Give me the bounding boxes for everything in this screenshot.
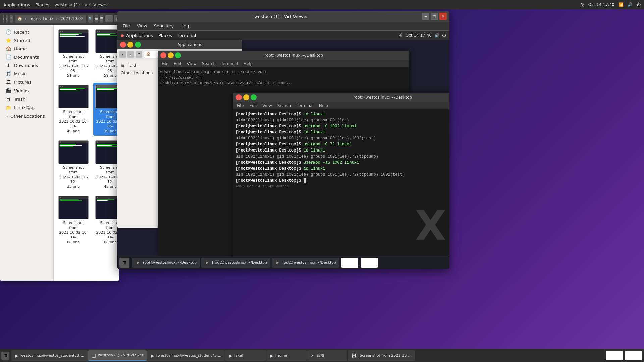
vm-power-icon[interactable]: ⏻ — [442, 33, 446, 38]
vm-term2-close[interactable]: ✕ — [236, 94, 242, 100]
vv-menu-file[interactable]: File — [119, 23, 133, 29]
global-task-term1[interactable]: ▶ [westoslinux@westos_student73:... — [147, 350, 225, 361]
vm-term2-menu-search[interactable]: Search — [275, 103, 293, 108]
vm-term1-max[interactable]: □ — [175, 52, 181, 58]
file-item-4[interactable]: Screenshot from2021-10-02 10-05-39.png — [93, 83, 119, 135]
power-icon[interactable]: ⏻ — [637, 2, 641, 7]
fm-date-crumb[interactable]: 2021.10.02 — [60, 16, 84, 21]
global-task-screenshot-file[interactable]: 🖼 [Screenshot from 2021-10-... — [348, 350, 415, 361]
file-item-2[interactable]: Screenshot from2021-10-02 10-05-59.png — [93, 27, 119, 80]
sidebar-item-videos[interactable]: 🎬 Videos — [1, 86, 52, 95]
vm-term1-menu-view[interactable]: View — [185, 61, 198, 66]
vm-terminal-menu[interactable]: Terminal — [177, 33, 196, 38]
vm-task-whitebox2[interactable] — [361, 258, 378, 268]
vm-locale[interactable]: 英 — [399, 33, 403, 38]
vv-menu-view[interactable]: View — [133, 23, 151, 29]
global-task-skel[interactable]: ▶ [skel] — [225, 350, 266, 361]
fm-notes-crumb[interactable]: notes_Linux — [30, 16, 54, 21]
vm-nau-close[interactable]: ✕ — [120, 42, 126, 48]
fm-search-button[interactable]: 🔍 — [88, 15, 93, 23]
sidebar-item-downloads[interactable]: ⬇ Downloads — [1, 61, 52, 69]
desktop: ‹ › ↑ 🏠 › notes_Linux › 2021.10.02 🔍 ⊞ ☰… — [0, 9, 644, 362]
sidebar-item-trash[interactable]: 🗑 Trash — [1, 95, 52, 103]
file-item-8[interactable]: Screenshot from2021-10-02 10-14-08.png — [93, 194, 119, 246]
vm-volume-icon[interactable]: 🔊 — [434, 33, 439, 38]
vm-term2-max[interactable]: □ — [251, 94, 257, 100]
global-whitebox1[interactable] — [606, 351, 623, 360]
fm-view-button[interactable]: ⊞ — [95, 15, 98, 23]
datetime-display: Oct 14 17:40 — [588, 2, 614, 7]
file-item-7[interactable]: Screenshot from2021-10-02 10-14-06.png — [56, 194, 91, 246]
network-icon[interactable]: 📶 — [619, 2, 624, 7]
starred-icon: ⭐ — [5, 38, 11, 43]
vv-menu-help[interactable]: Help — [177, 23, 194, 29]
vm-nau-nav-up[interactable]: ↑ — [136, 51, 142, 58]
vm-term1-menu-file[interactable]: File — [160, 61, 170, 66]
global-task-screenshot-tool[interactable]: ✂ 截图 — [307, 350, 347, 361]
file-item-5[interactable]: Screenshot from2021-10-02 10-12-35.png — [56, 138, 91, 191]
vm-term2-menu-terminal[interactable]: Terminal — [294, 103, 316, 108]
vm-task-term3[interactable]: ▶ root@westoslinux:~/Desktop — [272, 258, 339, 268]
vv-minimize-btn[interactable]: − — [422, 13, 429, 20]
vv-close-btn[interactable]: ✕ — [439, 13, 447, 20]
global-apps-icon[interactable]: ⊞ — [1, 352, 9, 360]
vm-nau-max[interactable]: □ — [135, 42, 141, 48]
vm-task-whitebox1[interactable] — [341, 258, 358, 268]
vm-term1-menu-terminal[interactable]: Terminal — [219, 61, 240, 66]
fm-home-crumb[interactable]: 🏠 — [17, 16, 22, 21]
sidebar-item-starred[interactable]: ⭐ Starred — [1, 36, 52, 44]
file-label-2: Screenshot from2021-10-02 10-05-59.png — [95, 54, 119, 78]
volume-icon[interactable]: 🔊 — [628, 2, 633, 7]
vm-nau-nav-back[interactable]: ‹ — [119, 51, 126, 58]
vm-nau-min[interactable]: − — [127, 42, 133, 48]
fm-forward-button[interactable]: › — [6, 15, 7, 23]
vm-term1-menu-search[interactable]: Search — [200, 61, 218, 66]
vm-nau-nav-fwd[interactable]: › — [127, 51, 134, 58]
fm-minimize-btn[interactable]: − — [105, 15, 113, 22]
sidebar-item-pictures[interactable]: 🖼 Pictures — [1, 78, 52, 86]
vm-nautilus-title: Applications — [141, 42, 239, 47]
file-item-1[interactable]: Screenshot from2021-10-02 10-05-51.png — [56, 27, 91, 80]
vm-nau-sidebar-item-other[interactable]: Other Locations — [117, 69, 161, 77]
vm-task-term2[interactable]: ▶ [root@westoslinux:~/Desktop — [201, 258, 270, 268]
global-whitebox2[interactable] — [625, 351, 642, 360]
locale-indicator[interactable]: 英 — [580, 2, 584, 8]
applications-menu[interactable]: Applications — [3, 2, 30, 7]
vm-term2-menu-view[interactable]: View — [260, 103, 274, 108]
vm-term2-menu-edit[interactable]: Edit — [247, 103, 259, 108]
sidebar-other-label: + Other Locations — [5, 114, 45, 119]
fm-back-button[interactable]: ‹ — [3, 15, 4, 23]
sidebar-item-recent[interactable]: 🕐 Recent — [1, 28, 52, 36]
vm-taskbar-app-icon[interactable]: ⊞ — [119, 258, 129, 268]
global-task-home[interactable]: ▶ [home] — [266, 350, 307, 361]
vm-term1-menu-help[interactable]: Help — [241, 61, 255, 66]
vm-term1-min[interactable]: − — [168, 52, 174, 58]
file-item-6[interactable]: Screenshot from2021-10-02 10-12-45.png — [93, 138, 119, 191]
vm-places-menu[interactable]: Places — [158, 33, 172, 38]
vm-term2-menu-help[interactable]: Help — [317, 103, 330, 108]
vm-term1-menu-edit[interactable]: Edit — [172, 61, 183, 66]
sidebar-item-other-locations[interactable]: + Other Locations — [1, 112, 52, 120]
vm-nau-sidebar-item-trash[interactable]: 🗑 Trash — [117, 62, 161, 69]
vm-task-term1[interactable]: ▶ root@westoslinux:~/Desktop — [132, 258, 200, 268]
sidebar-item-linux-notes[interactable]: 📁 Linux笔记 — [1, 103, 52, 112]
vm-term2-menu-file[interactable]: File — [235, 103, 246, 108]
vm-term2-body[interactable]: [root@westoslinux Desktop]$ id linux1 ui… — [233, 109, 449, 269]
sidebar-item-music[interactable]: 🎵 Music — [1, 70, 52, 78]
vm-applications-menu[interactable]: ● Applications — [121, 33, 153, 38]
file-label-7: Screenshot from2021-10-02 10-14-06.png — [58, 221, 89, 244]
vv-menu-sendkey[interactable]: Send key — [151, 23, 177, 29]
vv-maximize-btn[interactable]: □ — [431, 13, 438, 20]
fm-location-bar[interactable]: 🏠 › notes_Linux › 2021.10.02 — [15, 15, 86, 23]
file-item-3[interactable]: Screenshot from2021-10-02 10-08-49.png — [56, 83, 91, 135]
global-task-westos[interactable]: ▶ westoslinux@westos_student73:... — [11, 350, 88, 361]
global-task-virt[interactable]: □ westosa (1) - Virt Viewer — [88, 350, 147, 361]
fm-menu-button[interactable]: ☰ — [100, 15, 103, 23]
sidebar-item-home[interactable]: 🏠 Home — [1, 45, 52, 53]
places-menu[interactable]: Places — [35, 2, 49, 7]
vm-term1-close[interactable]: ✕ — [160, 52, 166, 58]
fm-up-button[interactable]: ↑ — [10, 15, 13, 23]
sidebar-item-documents[interactable]: 📄 Documents — [1, 53, 52, 61]
vm-term2-min[interactable]: − — [243, 94, 249, 100]
vm-term1-line1: westoslinux.westos.org: Thu Oct 14 17:40… — [160, 69, 407, 75]
